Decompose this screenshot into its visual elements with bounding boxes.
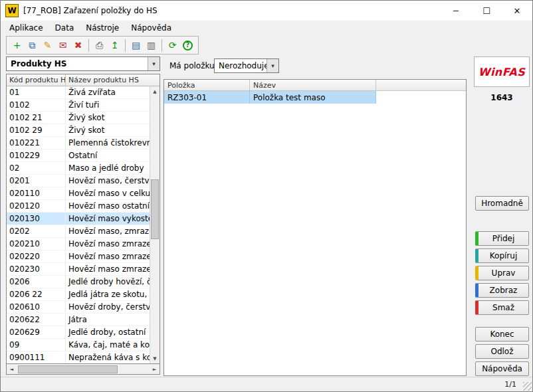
product-type-select[interactable]: Produkty HS ▾: [6, 56, 160, 71]
row-name: Maso a jedlé droby: [66, 162, 150, 174]
delete-button[interactable]: ✖: [70, 38, 86, 53]
table-row[interactable]: 020220Hovězí maso zmraze: [7, 250, 150, 263]
table-row[interactable]: 020629Jedlé droby, ostatní: [7, 326, 150, 339]
page-indicator: 1/1: [504, 380, 516, 389]
menu-item-data[interactable]: Data: [49, 21, 80, 35]
print-icon: ⎙: [96, 41, 103, 50]
table-row[interactable]: 02Maso a jedlé droby: [7, 162, 150, 175]
mail-button[interactable]: ✉: [55, 38, 70, 53]
resize-grip[interactable]: [523, 382, 532, 391]
table-row[interactable]: 0102 21Živý skot: [7, 112, 150, 124]
row-code: 0102 21: [7, 112, 66, 124]
row-name: Jedlá játra ze skotu,: [66, 288, 150, 300]
app-icon: W: [5, 4, 19, 17]
horizontal-scrollbar[interactable]: ◄ ►: [6, 364, 160, 375]
row-code: 0201: [7, 175, 66, 187]
window-button[interactable]: ▤: [128, 38, 144, 53]
toolbar: +⧉✎✉✖⎙↥▤▥⟳?: [6, 36, 199, 54]
toolbar-group: +⧉✎✉✖⎙↥▤▥⟳?: [6, 36, 199, 54]
row-code: 020629: [7, 326, 66, 338]
row-name: Hovězí maso, čerstvé: [66, 175, 150, 187]
app-window: W [77_ROB] Zařazení položky do HS ─ ☐ ✕ …: [0, 0, 533, 392]
table-row[interactable]: 020130Hovězí maso vykostě: [7, 213, 150, 225]
help-button[interactable]: ?: [180, 38, 195, 53]
table-row[interactable]: 0201Hovězí maso, čerstvé: [7, 175, 150, 187]
mail-icon: ✉: [59, 41, 67, 50]
print-button[interactable]: ⎙: [92, 38, 107, 53]
table-row[interactable]: 0202Hovězí maso, zmraze: [7, 225, 150, 238]
has-item-select[interactable]: Nerozhoduje ▾: [214, 58, 279, 73]
row-name: Plemenná čistokrevná: [66, 137, 150, 149]
hromadne-button[interactable]: Hromadně: [475, 196, 529, 211]
table-row[interactable]: 020110Hovězí maso v celku: [7, 187, 150, 200]
table-row[interactable]: 0102Živí tuři: [7, 99, 150, 112]
menu-item-nastroje[interactable]: Nástroje: [80, 21, 125, 35]
table-row[interactable]: 020622Játra: [7, 314, 150, 326]
scroll-up-icon[interactable]: ▲: [150, 86, 160, 96]
items-name-column-header[interactable]: Název: [250, 80, 376, 90]
scroll-thumb[interactable]: [151, 179, 159, 239]
row-code: 020130: [7, 213, 66, 225]
pridej-button[interactable]: Přidej: [475, 231, 529, 246]
items-code-column-header[interactable]: Položka: [164, 80, 250, 90]
smaz-button[interactable]: Smaž: [475, 300, 529, 315]
table-row[interactable]: 0206 22Jedlá játra ze skotu,: [7, 288, 150, 301]
row-name: Hovězí maso vykostě: [66, 213, 150, 225]
edit-button[interactable]: ✎: [40, 38, 55, 53]
napoveda-button[interactable]: Nápověda: [475, 361, 529, 376]
table-row[interactable]: 010221Plemenná čistokrevná: [7, 137, 150, 149]
hs-name-column-header[interactable]: Název produktu HS: [66, 74, 160, 86]
close-button[interactable]: ✕: [502, 1, 532, 21]
row-name: Živá zvířata: [66, 86, 150, 98]
copy-button[interactable]: ⧉: [25, 38, 40, 53]
scroll-left-icon[interactable]: ◄: [7, 364, 17, 374]
row-code: 0206 22: [7, 288, 66, 300]
table-row[interactable]: 0206Jedlé droby hovězí, č: [7, 276, 150, 288]
row-code: 0900111: [7, 351, 66, 363]
items-table: Položka Název RZ303-01Položka test maso: [163, 79, 467, 376]
table-row[interactable]: 09Káva, čaj, maté a ko: [7, 339, 150, 351]
zobraz-button[interactable]: Zobraz: [475, 283, 529, 298]
row-name: Hovězí droby, čerstvé: [66, 301, 150, 313]
table-row[interactable]: 020210Hovězí maso zmraze: [7, 238, 150, 250]
table-row[interactable]: 020610Hovězí droby, čerstvé: [7, 301, 150, 314]
items-table-body: RZ303-01Položka test maso: [164, 91, 466, 375]
table-row[interactable]: 0900111Nepražená káva s ko: [7, 351, 150, 363]
add-button[interactable]: +: [9, 38, 25, 53]
table-row[interactable]: 01Živá zvířata: [7, 86, 150, 99]
status-bar: 1/1: [1, 377, 532, 391]
menu-item-napoveda[interactable]: Nápověda: [125, 21, 177, 35]
refresh-button[interactable]: ⟳: [165, 38, 180, 53]
window-controls: ─ ☐ ✕: [441, 1, 532, 21]
vertical-scrollbar[interactable]: ▲ ▼: [150, 86, 160, 363]
menu-item-aplikace[interactable]: Aplikace: [3, 21, 49, 35]
scroll-down-icon[interactable]: ▼: [150, 353, 160, 363]
odloz-button[interactable]: Odlož: [475, 344, 529, 359]
scroll-right-icon[interactable]: ►: [150, 364, 160, 374]
row-name: Ostatní: [66, 149, 150, 161]
product-type-value: Produkty HS: [7, 59, 148, 68]
kopiruj-button[interactable]: Kopíruj: [475, 248, 529, 263]
table-row[interactable]: 0102 29Živý skot: [7, 124, 150, 137]
item-name: Položka test maso: [250, 91, 376, 104]
table-row[interactable]: RZ303-01Položka test maso: [164, 91, 466, 104]
table-row[interactable]: 020120Hovězí maso ostatní: [7, 200, 150, 213]
row-code: 010229: [7, 149, 66, 161]
konec-button[interactable]: Konec: [475, 327, 529, 342]
export-button[interactable]: ↥: [107, 38, 122, 53]
maximize-button[interactable]: ☐: [471, 1, 502, 21]
row-code: 01: [7, 86, 66, 98]
table-row[interactable]: 010229Ostatní: [7, 149, 150, 162]
hs-code-column-header[interactable]: Kód produktu HS∕: [7, 74, 66, 86]
columns-button[interactable]: ▥: [144, 38, 159, 53]
refresh-icon: ⟳: [169, 41, 177, 50]
uprav-button[interactable]: Uprav: [475, 266, 529, 280]
minimize-button[interactable]: ─: [441, 1, 471, 21]
row-code: 02: [7, 162, 66, 174]
row-name: Játra: [66, 314, 150, 326]
row-name: Hovězí maso ostatní: [66, 200, 150, 212]
row-code: 010221: [7, 137, 66, 149]
edit-icon: ✎: [44, 41, 52, 50]
horizontal-scroll-thumb[interactable]: [18, 365, 118, 373]
table-row[interactable]: 020230Hovězí maso zmraze: [7, 263, 150, 276]
